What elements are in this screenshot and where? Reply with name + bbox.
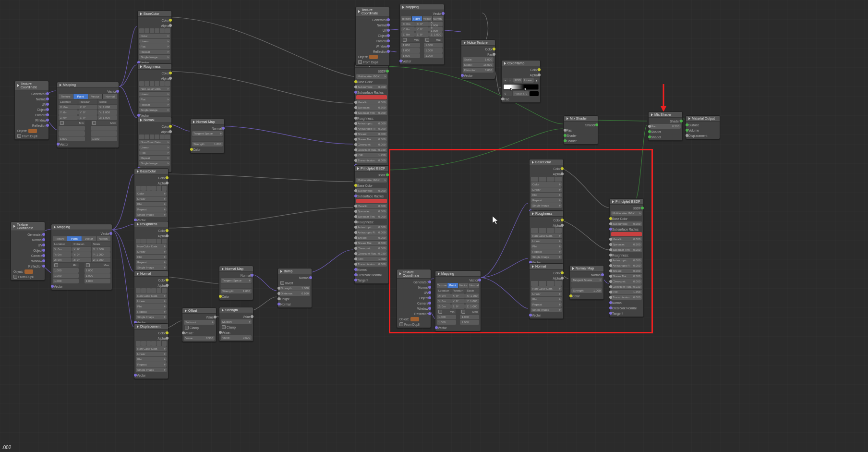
loc-z[interactable]: Z: 0m	[59, 115, 78, 120]
node-offset-math[interactable]: Offset Value Subtract Clamp Value: Value…	[182, 307, 217, 342]
collapse-icon[interactable]	[504, 62, 506, 65]
node-mapping-4[interactable]: Mapping Vector TexturePointVectorNormal …	[435, 270, 481, 331]
out-window[interactable]: Window	[16, 118, 47, 122]
node-basecolor-2[interactable]: BaseColor Color Alpha Color Linear Flat …	[134, 168, 169, 224]
strength[interactable]: Strength:1.000	[192, 142, 223, 147]
node-principled-bsdf-2[interactable]: Principled BSDF BSDF Multiscatter GGX Ba…	[354, 165, 389, 284]
ramp-interp[interactable]: Linear	[523, 78, 534, 83]
node-header[interactable]: Texture Coordinate	[15, 81, 48, 90]
node-mapping-2[interactable]: Mapping Vector TexturePointVectorNormal …	[51, 224, 112, 290]
anisotropic[interactable]: Anisotropic:0.000	[356, 121, 387, 126]
sheen-tint[interactable]: Sheen Tint:0.500	[356, 137, 387, 142]
transmission[interactable]: Transmission:0.000	[356, 158, 387, 163]
operation[interactable]: Multiply	[221, 319, 252, 324]
out-normal[interactable]: Normal	[16, 97, 47, 101]
node-texture-coordinate-1[interactable]: Texture Coordinate Generated Normal UV O…	[14, 81, 49, 140]
collapse-icon[interactable]	[222, 268, 224, 270]
collapse-icon[interactable]	[137, 325, 139, 328]
operation[interactable]: Subtract	[184, 320, 215, 325]
fac[interactable]: Fac:0.500	[650, 124, 681, 129]
subsurface[interactable]: Subsurface:0.000	[356, 85, 387, 89]
stop-pos[interactable]: Pos:0.477	[513, 91, 529, 96]
stop-color[interactable]	[530, 91, 539, 96]
out-object[interactable]: Object	[16, 107, 47, 112]
ramp-mode[interactable]: RGB	[513, 78, 522, 83]
max-toggle[interactable]: Max	[91, 121, 117, 125]
tab-point[interactable]: Point	[73, 94, 88, 99]
node-header[interactable]: Normal Map	[191, 119, 224, 125]
source[interactable]: Single Image	[139, 108, 170, 112]
collapse-icon[interactable]	[438, 272, 440, 275]
sheen[interactable]: Sheen:0.000	[356, 132, 387, 136]
projection[interactable]: Flat	[139, 150, 170, 155]
collapse-icon[interactable]	[222, 309, 224, 312]
node-roughness-1[interactable]: Roughness Color Alpha Non-Color Data Lin…	[137, 63, 172, 119]
out-generated[interactable]: Generated	[16, 91, 47, 96]
collapse-icon[interactable]	[17, 84, 19, 87]
colorspace[interactable]: Color	[139, 34, 170, 38]
collapse-icon[interactable]	[13, 225, 15, 228]
ramp-del[interactable]: -	[508, 78, 513, 83]
rot-y[interactable]: Y: 0°	[78, 110, 97, 115]
node-basecolor-3[interactable]: BaseColor Color Alpha Color Linear Flat …	[529, 159, 564, 215]
node-mix-shader-2[interactable]: Mix Shader Shader Fac:0.500 Shader Shade…	[648, 111, 683, 141]
in-roughness[interactable]: Roughness:	[356, 116, 387, 121]
interpolation[interactable]: Linear	[139, 92, 170, 97]
colorspace[interactable]: Non-Color Data	[139, 140, 170, 145]
source[interactable]: Single Image	[139, 55, 170, 60]
collapse-icon[interactable]	[358, 10, 360, 13]
rot-x[interactable]: X: 0°	[78, 105, 97, 110]
node-normal-map-3[interactable]: Normal Map Normal Tangent Space Strength…	[569, 265, 604, 300]
collapse-icon[interactable]	[140, 65, 142, 68]
collapse-icon[interactable]	[54, 226, 56, 229]
extension[interactable]: Repeat	[139, 102, 170, 107]
node-roughness-2[interactable]: Roughness Color Alpha Non-Color Data Lin…	[134, 221, 169, 277]
scl-x[interactable]: X: 1.000	[98, 105, 117, 110]
node-texture-coordinate-2[interactable]: Texture Coordinate Generated Normal UV O…	[11, 221, 45, 281]
out-alpha[interactable]: Alpha	[139, 129, 170, 134]
node-roughness-3[interactable]: Roughness Color Alpha Non-Color Data Lin…	[529, 210, 564, 266]
specular-tint[interactable]: Specular Tint:0.000	[356, 110, 387, 115]
node-bump[interactable]: Bump Normal Invert Strength:1.000 Distan…	[277, 268, 312, 308]
collapse-icon[interactable]	[60, 84, 61, 86]
image-browse[interactable]	[139, 134, 170, 139]
node-normal-map-1[interactable]: Normal Map Normal Tangent Space Strength…	[190, 119, 225, 153]
node-header[interactable]: Normal	[138, 117, 171, 123]
ior[interactable]: IOR:1.450	[356, 153, 387, 158]
collapse-icon[interactable]	[464, 41, 466, 44]
node-header[interactable]: Roughness	[138, 64, 171, 70]
collapse-icon[interactable]	[137, 170, 139, 173]
node-header[interactable]: Mapping	[57, 82, 119, 88]
loc-y[interactable]: Y: 0m	[59, 110, 78, 115]
node-material-output[interactable]: Material Output Surface Volume Displacem…	[686, 115, 720, 139]
collapse-icon[interactable]	[688, 117, 690, 120]
source[interactable]: Single Image	[139, 161, 170, 166]
loc-x[interactable]: X: 0m	[59, 105, 78, 110]
interpolation[interactable]: Linear	[139, 145, 170, 150]
out-vector[interactable]: Vector	[59, 89, 117, 94]
scl-z[interactable]: Z: 1.000	[98, 115, 117, 120]
node-mix-shader-1[interactable]: Mix Shader Shader Fac: Shader Shader	[564, 115, 598, 145]
node-header[interactable]: BaseColor	[138, 11, 171, 17]
out-color[interactable]: Color	[139, 71, 170, 75]
extension[interactable]: Repeat	[139, 156, 170, 160]
out-color[interactable]: Color	[139, 124, 170, 129]
clearcoat-roughness[interactable]: Clearcoat Rou.:0.030	[356, 147, 387, 152]
projection[interactable]: Flat	[139, 44, 170, 49]
node-strength-math[interactable]: Strength Value Multiply Clamp Value: Val…	[219, 307, 253, 342]
min-toggle[interactable]: Min	[59, 121, 85, 125]
distribution[interactable]: Multiscatter GGX	[356, 74, 387, 79]
tab-texture[interactable]: Texture	[59, 94, 73, 99]
stop-index[interactable]: 0	[503, 91, 512, 96]
collapse-icon[interactable]	[280, 270, 282, 273]
in-ssc[interactable]	[356, 95, 387, 99]
out-camera[interactable]: Camera	[16, 112, 47, 117]
specular[interactable]: Specular:0.500	[356, 105, 387, 110]
collapse-icon[interactable]	[532, 265, 534, 268]
node-displacement-tex[interactable]: Displacement Color Alpha Non-Color Data …	[134, 323, 169, 379]
collapse-icon[interactable]	[402, 6, 404, 9]
clearcoat[interactable]: Clearcoat:0.000	[356, 142, 387, 147]
out-reflection[interactable]: Reflection	[16, 123, 47, 128]
node-normal-tex-3[interactable]: Normal Color Alpha Non-Color Data Linear…	[529, 263, 564, 319]
in-ssr[interactable]: Subsurface Radius	[356, 90, 387, 95]
